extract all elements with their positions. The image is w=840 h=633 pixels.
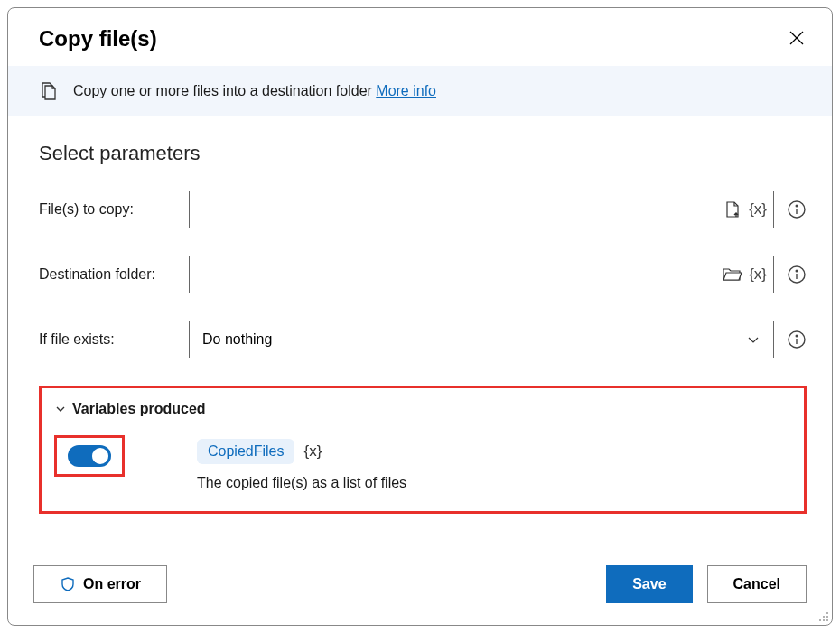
svg-point-3 <box>796 205 798 207</box>
toggle-highlight <box>54 435 125 477</box>
svg-point-14 <box>819 619 821 621</box>
chevron-down-icon <box>746 332 761 347</box>
svg-point-13 <box>826 616 828 618</box>
destination-folder-input-wrap: {x} <box>189 256 774 293</box>
footer-right: Save Cancel <box>606 565 807 603</box>
svg-point-15 <box>823 619 825 621</box>
info-icon[interactable] <box>787 200 807 219</box>
variable-description: The copied file(s) as a list of files <box>197 475 406 491</box>
cancel-label: Cancel <box>733 576 780 592</box>
resize-grip-icon[interactable] <box>817 610 830 623</box>
variable-name-line: CopiedFiles {x} <box>197 439 406 464</box>
if-file-exists-select[interactable]: Do nothing <box>189 321 774 358</box>
banner-text: Copy one or more files into a destinatio… <box>73 83 376 98</box>
more-info-link[interactable]: More info <box>376 83 436 98</box>
close-icon <box>789 30 805 46</box>
shield-icon <box>60 576 76 592</box>
variable-info: CopiedFiles {x} The copied file(s) as a … <box>197 435 406 491</box>
svg-point-11 <box>826 612 828 614</box>
copy-files-dialog: Copy file(s) Copy one or more files into… <box>7 7 833 626</box>
destination-folder-input[interactable] <box>189 256 774 293</box>
info-icon[interactable] <box>787 330 807 349</box>
if-file-exists-label: If file exists: <box>39 331 189 348</box>
dialog-header: Copy file(s) <box>8 8 832 66</box>
variable-picker-icon[interactable]: {x} <box>749 265 767 284</box>
file-picker-icon[interactable] <box>723 200 742 219</box>
save-label: Save <box>632 576 666 592</box>
chevron-down-icon <box>54 403 67 415</box>
if-file-exists-row: If file exists: Do nothing <box>39 321 807 358</box>
toggle-knob <box>92 448 108 464</box>
on-error-label: On error <box>83 576 141 592</box>
destination-folder-icons: {x} <box>722 265 767 284</box>
info-icon[interactable] <box>787 265 807 284</box>
info-banner: Copy one or more files into a destinatio… <box>8 66 832 116</box>
copy-files-icon <box>39 80 61 102</box>
variable-expr: {x} <box>303 442 322 461</box>
dialog-footer: On error Save Cancel <box>8 565 832 625</box>
on-error-button[interactable]: On error <box>33 565 167 603</box>
folder-picker-icon[interactable] <box>722 265 742 284</box>
banner-text-wrap: Copy one or more files into a destinatio… <box>73 83 436 99</box>
close-button[interactable] <box>789 30 807 48</box>
variables-produced-highlight: Variables produced CopiedFiles {x} The c… <box>39 386 807 514</box>
cancel-button[interactable]: Cancel <box>707 565 807 603</box>
variables-produced-header[interactable]: Variables produced <box>54 401 786 417</box>
files-to-copy-input[interactable] <box>189 191 774 228</box>
variables-produced-body: CopiedFiles {x} The copied file(s) as a … <box>54 435 786 491</box>
dialog-content: Select parameters File(s) to copy: {x} D… <box>8 116 832 549</box>
dialog-title: Copy file(s) <box>39 26 157 51</box>
files-to-copy-icons: {x} <box>723 200 767 219</box>
svg-point-16 <box>826 619 828 621</box>
svg-point-9 <box>796 335 798 337</box>
variable-name-pill[interactable]: CopiedFiles <box>197 439 294 464</box>
variable-toggle[interactable] <box>68 445 111 467</box>
section-heading: Select parameters <box>39 142 807 165</box>
destination-folder-label: Destination folder: <box>39 266 189 283</box>
if-file-exists-value: Do nothing <box>202 331 272 348</box>
files-to-copy-row: File(s) to copy: {x} <box>39 191 807 228</box>
save-button[interactable]: Save <box>606 565 692 603</box>
destination-folder-row: Destination folder: {x} <box>39 256 807 293</box>
variable-picker-icon[interactable]: {x} <box>749 200 767 219</box>
if-file-exists-select-wrap: Do nothing <box>189 321 774 358</box>
files-to-copy-input-wrap: {x} <box>189 191 774 228</box>
variables-produced-label: Variables produced <box>72 401 206 417</box>
svg-point-12 <box>823 616 825 618</box>
files-to-copy-label: File(s) to copy: <box>39 201 189 218</box>
svg-point-6 <box>796 270 798 272</box>
